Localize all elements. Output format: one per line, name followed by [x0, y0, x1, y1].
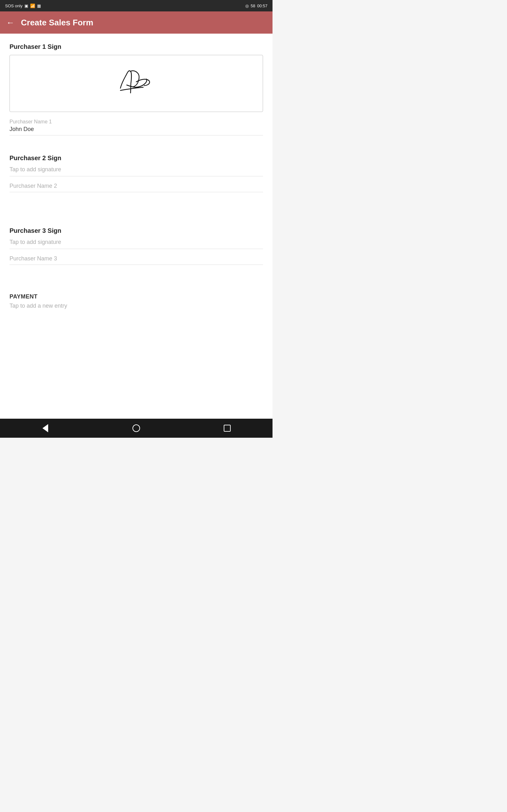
- purchaser1-signature-box[interactable]: [9, 55, 263, 112]
- sos-text: SOS only: [5, 3, 22, 8]
- spacer4: [9, 312, 263, 328]
- purchaser2-name-group: Purchaser Name 2: [9, 183, 263, 192]
- nav-back-button[interactable]: [36, 422, 55, 435]
- payment-section: PAYMENT Tap to add a new entry: [9, 290, 263, 312]
- payment-label: PAYMENT: [9, 293, 263, 300]
- signal-icon: ▦: [37, 3, 41, 8]
- status-bar: SOS only ▣ 📶 ▦ ◎ 58 00:57: [0, 0, 273, 11]
- purchaser1-name-label: Purchaser Name 1: [9, 119, 263, 125]
- payment-tap[interactable]: Tap to add a new entry: [9, 303, 263, 312]
- purchaser2-sign-label: Purchaser 2 Sign: [9, 154, 263, 162]
- time-text: 00:57: [257, 3, 268, 8]
- bottom-nav: [0, 419, 273, 438]
- sim-icon: ▣: [24, 3, 28, 8]
- battery-text: 58: [250, 3, 255, 8]
- purchaser3-sign-label: Purchaser 3 Sign: [9, 227, 263, 235]
- spacer2: [9, 195, 263, 211]
- home-nav-icon: [132, 424, 140, 432]
- purchaser1-name-group: Purchaser Name 1 John Doe: [9, 119, 263, 136]
- back-nav-icon: [43, 424, 48, 432]
- eye-icon: ◎: [245, 3, 249, 8]
- status-bar-right: ◎ 58 00:57: [245, 3, 268, 8]
- purchaser3-signature-tap[interactable]: Tap to add signature: [9, 239, 263, 249]
- main-content: Purchaser 1 Sign Purchaser Name 1 John D…: [0, 34, 273, 419]
- purchaser2-name-input[interactable]: Purchaser Name 2: [9, 183, 263, 192]
- page-title: Create Sales Form: [21, 18, 93, 28]
- nav-home-button[interactable]: [127, 422, 146, 435]
- wifi-icon: 📶: [30, 3, 35, 8]
- status-bar-left: SOS only ▣ 📶 ▦: [5, 3, 41, 8]
- back-button[interactable]: ←: [6, 18, 14, 28]
- purchaser1-signature-svg: [95, 64, 177, 102]
- purchaser3-name-group: Purchaser Name 3: [9, 255, 263, 265]
- nav-recent-button[interactable]: [218, 422, 237, 435]
- spacer3: [9, 268, 263, 284]
- spacer2b: [9, 211, 263, 227]
- spacer1: [9, 139, 263, 154]
- recent-nav-icon: [224, 425, 231, 432]
- app-bar: ← Create Sales Form: [0, 11, 273, 34]
- purchaser1-name-input[interactable]: John Doe: [9, 126, 263, 136]
- purchaser2-signature-tap[interactable]: Tap to add signature: [9, 166, 263, 176]
- purchaser1-sign-label: Purchaser 1 Sign: [9, 43, 263, 50]
- purchaser3-name-input[interactable]: Purchaser Name 3: [9, 255, 263, 265]
